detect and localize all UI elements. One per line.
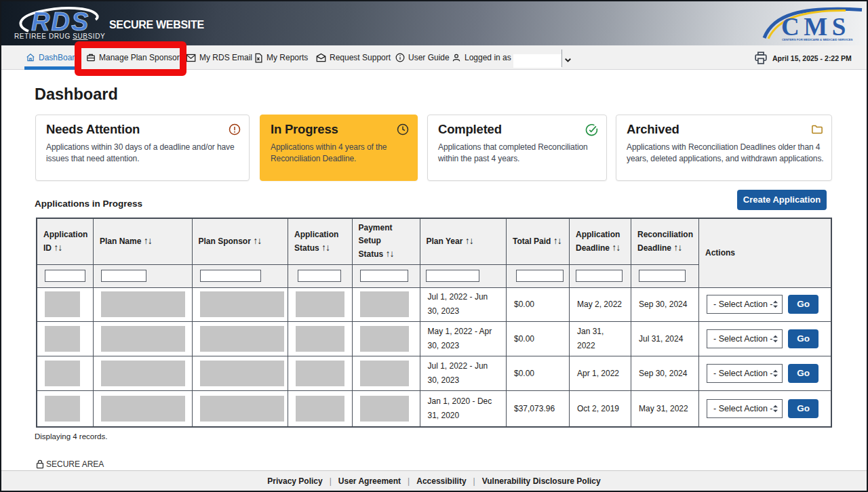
svg-text:CENTERS FOR MEDICARE & MEDICAI: CENTERS FOR MEDICARE & MEDICAID SERVICES [782, 38, 853, 41]
svg-text:RDS: RDS [31, 7, 90, 36]
svg-text:CMS: CMS [781, 13, 850, 41]
svg-text:RETIREE DRUG SUBSIDY: RETIREE DRUG SUBSIDY [14, 33, 105, 40]
